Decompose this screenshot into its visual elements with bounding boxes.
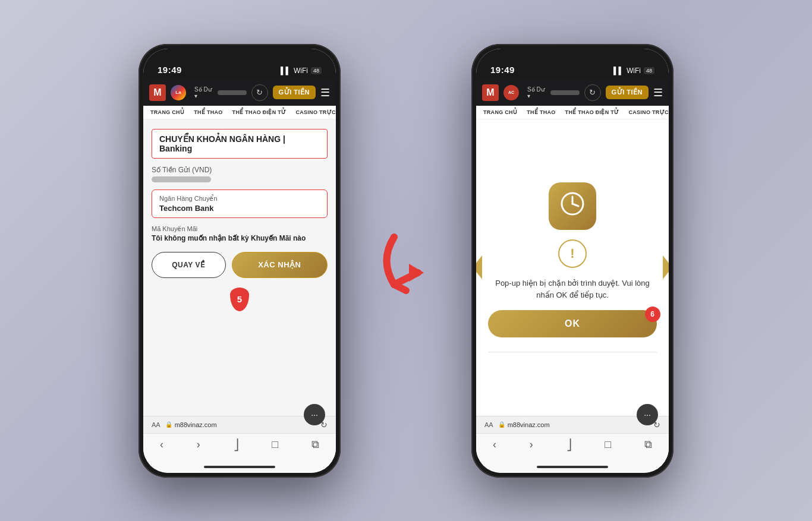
side-arrow-right	[663, 255, 669, 279]
chat-bubble-left[interactable]: ···	[304, 404, 325, 425]
step5-badge: 5	[230, 288, 249, 311]
dynamic-island-right	[540, 57, 605, 75]
dynamic-island	[207, 57, 272, 75]
left-phone: 19:49 ▌▌ WiFi 48 M La Số Dư ▾ ↻ GỬI TIỀN…	[139, 44, 341, 478]
amount-field-left: Số Tiền Gửi (VND)	[152, 166, 328, 182]
promo-value-left: Tôi không muốn nhận bất kỳ Khuyến Mãi nà…	[152, 234, 328, 242]
gui-tien-btn-left[interactable]: GỬI TIỀN	[273, 86, 316, 99]
status-time-left: 19:49	[158, 65, 182, 75]
nav-back-btn-right[interactable]: ‹	[493, 438, 496, 451]
status-icons-right: ▌▌ WiFi 48	[613, 67, 654, 75]
balance-label-right: Số Dư ▾	[527, 86, 548, 99]
gui-tien-btn-right[interactable]: GỬI TIỀN	[606, 86, 649, 99]
promo-label-left: Mã Khuyến Mãi	[152, 225, 328, 233]
lock-icon-left: 🔒	[165, 421, 172, 428]
promo-field-left: Mã Khuyến Mãi Tôi không muốn nhận bất kỳ…	[152, 225, 328, 242]
back-button-left[interactable]: QUAY VỀ	[152, 252, 226, 278]
nav-casino-left[interactable]: CASINO TRỰC T	[295, 109, 336, 115]
nav-tabs-btn-left[interactable]: ⧉	[311, 438, 319, 451]
clock-icon	[559, 191, 586, 222]
logo-m-right: M	[482, 84, 499, 101]
nav-bar-left: TRANG CHỦ THỂ THAO THỂ THAO ĐIỆN TỬ CASI…	[143, 106, 336, 119]
url-bar-right[interactable]: 🔒 m88vinaz.com	[498, 421, 649, 428]
step6-badge: 6	[645, 307, 660, 322]
browser-header-right: M AC Số Dư ▾ ↻ GỬI TIỀN ☰	[476, 80, 669, 106]
nav-the-thao-left[interactable]: THỂ THAO	[194, 109, 222, 115]
nav-share-btn-left[interactable]: ⎦	[234, 438, 239, 451]
clock-svg	[559, 191, 586, 217]
bottom-nav-left: ‹ › ⎦ □ ⧉	[143, 433, 336, 461]
popup-divider	[488, 352, 657, 352]
svg-marker-0	[409, 264, 424, 282]
bottom-nav-right: ‹ › ⎦ □ ⧉	[476, 433, 669, 461]
warning-icon-wrap: !	[558, 239, 587, 268]
nav-the-thao-dt-right[interactable]: THỂ THAO ĐIỆN TỬ	[565, 109, 619, 115]
side-arrow-left	[476, 255, 482, 279]
nav-the-thao-dt-left[interactable]: THỂ THAO ĐIỆN TỬ	[232, 109, 287, 115]
amount-blur-left	[152, 176, 211, 182]
svg-line-3	[572, 204, 578, 206]
refresh-btn-right[interactable]: ↻	[584, 84, 601, 101]
nav-bookmark-btn-left[interactable]: □	[272, 438, 278, 451]
nav-back-btn-left[interactable]: ‹	[160, 438, 163, 451]
status-time-right: 19:49	[490, 65, 515, 75]
clock-icon-wrap	[549, 182, 596, 230]
arrow-container	[376, 225, 436, 296]
nav-forward-btn-left[interactable]: ›	[197, 438, 200, 451]
aa-text-right[interactable]: AA	[484, 421, 493, 428]
logo-liga-right: AC	[503, 85, 519, 100]
transition-arrow	[376, 225, 436, 296]
logo-m-left: M	[149, 84, 166, 101]
bank-value-left: Techcom Bank	[159, 204, 320, 213]
menu-btn-left[interactable]: ☰	[320, 86, 330, 99]
content-left: CHUYỂN KHOẢN NGÂN HÀNG | Banking Số Tiền…	[143, 119, 336, 416]
browser-header-left: M La Số Dư ▾ ↻ GỬI TIỀN ☰	[143, 80, 336, 106]
balance-area-left: Số Dư ▾	[194, 86, 247, 99]
ok-btn-container: OK 6	[488, 310, 657, 337]
popup-content-right: ! Pop-up hiện bị chặn bởi trình duyệt. V…	[476, 119, 669, 416]
home-bar-right	[537, 466, 608, 468]
confirm-button-left[interactable]: XÁC NHẬN	[232, 252, 328, 278]
nav-forward-btn-right[interactable]: ›	[530, 438, 533, 451]
nav-bookmark-btn-right[interactable]: □	[605, 438, 611, 451]
nav-share-btn-right[interactable]: ⎦	[566, 438, 572, 451]
amount-label-left: Số Tiền Gửi (VND)	[152, 166, 328, 174]
warning-icon: !	[570, 246, 574, 261]
logo-liga-left: La	[171, 85, 186, 100]
refresh-btn-left[interactable]: ↻	[251, 84, 268, 101]
section-title-left: CHUYỂN KHOẢN NGÂN HÀNG | Banking	[152, 129, 328, 159]
balance-blur-right	[550, 90, 579, 95]
popup-message: Pop-up hiện bị chặn bởi trình duyệt. Vui…	[488, 277, 657, 301]
lock-icon-right: 🔒	[498, 421, 505, 428]
bank-field-left[interactable]: Ngân Hàng Chuyển Techcom Bank	[152, 190, 328, 218]
nav-bar-right: TRANG CHỦ THỂ THAO THỂ THAO ĐIỆN TỬ CASI…	[476, 106, 669, 119]
nav-the-thao-right[interactable]: THỂ THAO	[527, 109, 555, 115]
nav-tabs-btn-right[interactable]: ⧉	[644, 438, 652, 451]
balance-blur-left	[218, 90, 246, 95]
home-bar-left	[204, 466, 275, 468]
nav-casino-right[interactable]: CASINO TRỰC T	[628, 109, 669, 115]
ok-button[interactable]: OK 6	[488, 310, 657, 337]
nav-trang-chu-left[interactable]: TRANG CHỦ	[150, 109, 184, 115]
home-indicator-left	[143, 461, 336, 473]
step5-container: 5	[152, 288, 328, 311]
bank-label-left: Ngân Hàng Chuyển	[159, 195, 320, 203]
menu-btn-right[interactable]: ☰	[653, 86, 663, 99]
chat-bubble-right[interactable]: ···	[637, 404, 658, 425]
right-phone: 19:49 ▌▌ WiFi 48 M AC Số Dư ▾ ↻ GỬI TIỀN…	[471, 44, 673, 478]
status-icons-left: ▌▌ WiFi 48	[281, 67, 322, 75]
home-indicator-right	[476, 461, 669, 473]
balance-label-left: Số Dư ▾	[194, 86, 215, 99]
aa-text-left[interactable]: AA	[152, 421, 160, 428]
url-bar-left[interactable]: 🔒 m88vinaz.com	[165, 421, 316, 428]
nav-trang-chu-right[interactable]: TRANG CHỦ	[483, 109, 517, 115]
balance-area-right: Số Dư ▾	[527, 86, 580, 99]
btn-row-left: QUAY VỀ XÁC NHẬN	[152, 252, 328, 278]
